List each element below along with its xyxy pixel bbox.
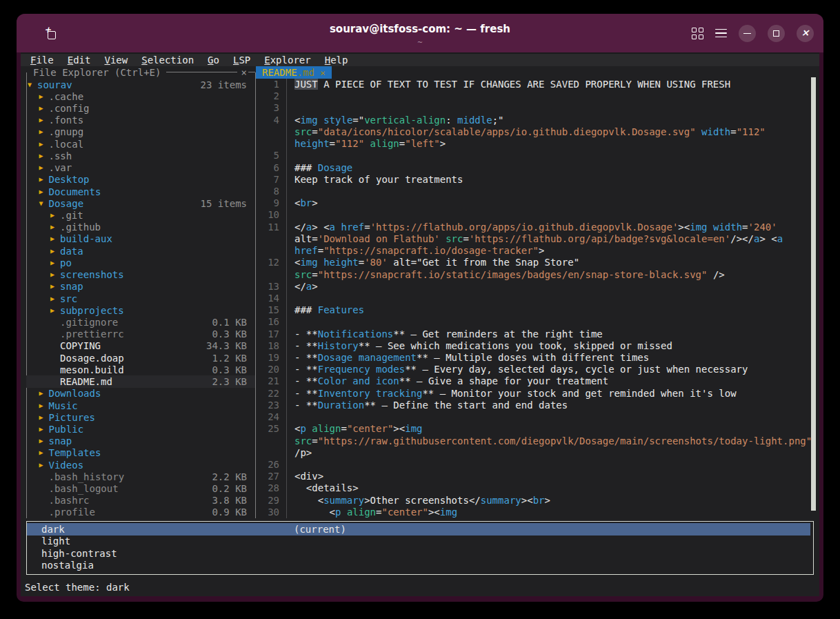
tree-item-screenshots[interactable]: ▶screenshots [26, 269, 255, 281]
folder-closed-icon[interactable]: ▶ [39, 449, 49, 456]
code-line[interactable]: /p> [256, 447, 814, 459]
code-line[interactable]: src="data/icons/hicolor/scalable/apps/io… [256, 126, 814, 138]
menu-icon[interactable] [715, 29, 727, 38]
tree-item-dot-var[interactable]: ▶.var [26, 162, 255, 174]
menu-item-selection[interactable]: Selection [141, 55, 194, 66]
code-line[interactable]: 14 [256, 293, 814, 304]
tree-item-dot-gitignore[interactable]: ▶.gitignore0.1 KB [26, 316, 255, 328]
folder-closed-icon[interactable]: ▶ [50, 248, 60, 255]
maximize-button[interactable] [768, 25, 785, 42]
tree-item-dot-prettierrc[interactable]: ▶.prettierrc0.3 KB [26, 328, 255, 340]
tree-item-dot-fonts[interactable]: ▶.fonts [26, 115, 255, 126]
tree-item-dot-profile[interactable]: ▶.profile0.9 KB [26, 507, 255, 518]
code-line[interactable]: 15### Features [256, 304, 814, 316]
folder-open-icon[interactable]: ▼ [28, 81, 37, 88]
folder-closed-icon[interactable]: ▶ [50, 307, 60, 314]
code-line[interactable]: 28 <details> [256, 482, 814, 494]
theme-option-nostalgia[interactable]: nostalgia [27, 560, 813, 572]
tree-item-data[interactable]: ▶data [26, 245, 255, 257]
code-line[interactable]: 6### Dosage [256, 162, 814, 174]
tree-item-dot-bash_history[interactable]: ▶.bash_history2.2 KB [26, 471, 255, 482]
explorer-close-icon[interactable]: × [241, 67, 247, 78]
tree-item-src[interactable]: ▶src [26, 293, 255, 304]
code-line[interactable]: 20- **Frequency modes** — Every day, sel… [256, 364, 814, 375]
menu-item-help[interactable]: Help [325, 55, 348, 66]
folder-closed-icon[interactable]: ▶ [39, 105, 49, 112]
tree-item-music[interactable]: ▶Music [26, 400, 255, 411]
menu-item-edit[interactable]: Edit [68, 55, 91, 66]
code-line[interactable]: 13</a> [256, 281, 814, 293]
folder-closed-icon[interactable]: ▶ [50, 224, 60, 230]
code-line[interactable]: 23- **Duration** — Define the start and … [256, 400, 814, 411]
tree-item-public[interactable]: ▶Public [26, 423, 255, 435]
code-line[interactable]: alt='Download on Flathub' src='https://f… [256, 233, 814, 245]
folder-closed-icon[interactable]: ▶ [39, 462, 49, 469]
tree-item-po[interactable]: ▶po [26, 257, 255, 268]
folder-closed-icon[interactable]: ▶ [50, 283, 60, 290]
tree-item-templates[interactable]: ▶Templates [26, 447, 255, 459]
folder-closed-icon[interactable]: ▶ [39, 188, 49, 195]
tree-item-pictures[interactable]: ▶Pictures [26, 411, 255, 423]
folder-closed-icon[interactable]: ▶ [39, 164, 49, 171]
tree-item-subprojects[interactable]: ▶subprojects [26, 304, 255, 316]
folder-closed-icon[interactable]: ▶ [39, 390, 49, 397]
menu-item-view[interactable]: View [104, 55, 128, 66]
tree-item-dot-bashrc[interactable]: ▶.bashrc3.8 KB [26, 495, 255, 507]
tree-item-dot-gnupg[interactable]: ▶.gnupg [26, 126, 255, 138]
code-line[interactable]: 11</a> <a href='https://flathub.org/apps… [256, 222, 814, 233]
folder-closed-icon[interactable]: ▶ [39, 141, 49, 148]
menu-item-file[interactable]: File [30, 55, 54, 66]
tree-item-dot-local[interactable]: ▶.local [26, 138, 255, 150]
code-line[interactable]: 19- **Dosage management** — Multiple dos… [256, 352, 814, 364]
folder-closed-icon[interactable]: ▶ [50, 271, 60, 278]
code-line[interactable]: src="https://snapcraft.io/static/images/… [256, 269, 814, 281]
theme-option-dark[interactable]: dark(current) [27, 523, 810, 536]
tree-item-downloads[interactable]: ▶Downloads [26, 388, 255, 400]
code-line[interactable]: 18- **History** — See which medications … [256, 340, 814, 352]
menu-item-go[interactable]: Go [208, 55, 219, 66]
code-line[interactable]: 10 [256, 209, 814, 221]
editor-scrollbar[interactable] [811, 77, 816, 511]
folder-closed-icon[interactable]: ▶ [39, 93, 49, 100]
folder-closed-icon[interactable]: ▶ [39, 176, 49, 183]
titlebar[interactable]: + sourav@itsfoss-com: ~ — fresh ~ × [17, 14, 823, 52]
tree-item-dot-git[interactable]: ▶.git [26, 209, 255, 221]
folder-closed-icon[interactable]: ▶ [50, 212, 60, 219]
code-line[interactable]: 12<img height='80' alt="Get it from the … [256, 257, 814, 268]
tree-item-dot-github[interactable]: ▶.github [26, 222, 255, 233]
code-line[interactable]: 16 [256, 316, 814, 328]
tab-readme[interactable]: README .md × [256, 66, 332, 79]
code-line[interactable]: 21- **Color and icon** — Give a shape fo… [256, 375, 814, 387]
folder-closed-icon[interactable]: ▶ [50, 259, 60, 266]
tree-item-sourav[interactable]: ▼sourav23 items [26, 79, 255, 90]
folder-closed-icon[interactable]: ▶ [39, 128, 49, 135]
code-line[interactable]: 22- **Inventory tracking** — Monitor you… [256, 388, 814, 400]
code-line[interactable]: 29 <summary>Other screenshots</summary><… [256, 495, 814, 507]
code-line[interactable]: 1JUST A PIECE OF TEXT TO TEST IF CHANGES… [256, 79, 814, 90]
code-line[interactable]: 3 [256, 102, 814, 114]
tab-overview-icon[interactable] [692, 28, 703, 39]
folder-closed-icon[interactable]: ▶ [39, 402, 49, 409]
tree-item-snap[interactable]: ▶snap [26, 435, 255, 447]
menu-item-lsp[interactable]: LSP [233, 55, 250, 66]
minimize-button[interactable] [739, 25, 756, 42]
code-line[interactable]: src="https://raw.githubusercontent.com/d… [256, 435, 814, 447]
tree-item-desktop[interactable]: ▶Desktop [26, 174, 255, 186]
code-line[interactable]: 8 [256, 186, 814, 197]
code-line[interactable]: 30 <p align="center"><img [256, 507, 814, 518]
tree-item-snap[interactable]: ▶snap [26, 281, 255, 293]
code-line[interactable]: 7Keep track of your treatments [256, 174, 814, 186]
folder-closed-icon[interactable]: ▶ [39, 438, 49, 444]
folder-closed-icon[interactable]: ▶ [50, 235, 60, 242]
tab-close-icon[interactable]: × [320, 68, 326, 78]
folder-closed-icon[interactable]: ▶ [39, 414, 49, 421]
menu-item-explorer[interactable]: Explorer [264, 55, 310, 66]
code-line[interactable]: 4<img style="vertical-align: middle;" [256, 115, 814, 126]
close-button[interactable]: × [797, 25, 814, 42]
tree-item-videos[interactable]: ▶Videos [26, 459, 255, 471]
folder-closed-icon[interactable]: ▶ [39, 153, 49, 159]
code-line[interactable]: 5 [256, 150, 814, 161]
code-line[interactable]: 2 [256, 90, 814, 102]
tree-item-dosage[interactable]: ▼Dosage15 items [26, 197, 255, 209]
code-line[interactable]: 24 [256, 411, 814, 423]
